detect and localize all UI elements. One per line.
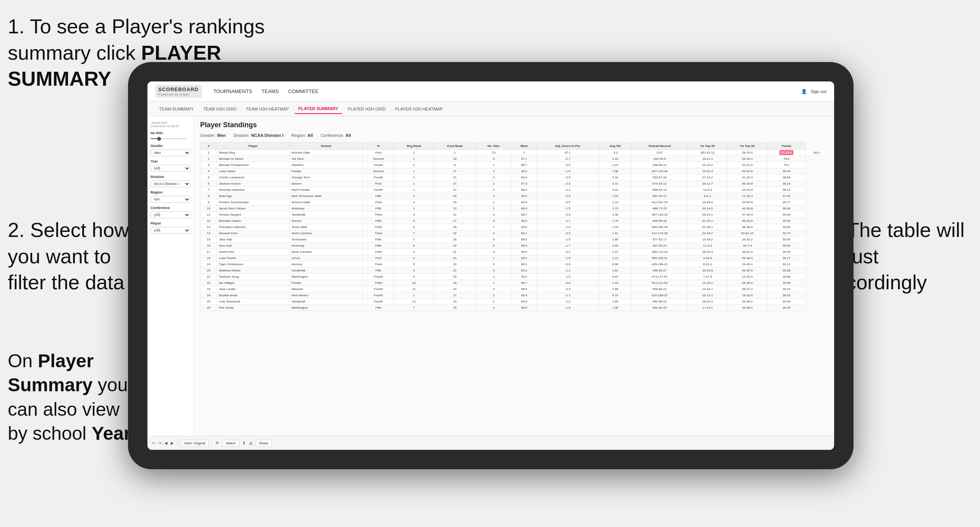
table-row: 1Wenyi DingArizona StateFirst1115167.1-3…	[201, 150, 828, 156]
tablet: SCOREBOARD Powered by clippi TOURNAMENTS…	[128, 62, 854, 469]
region-chip: Region: All	[291, 133, 313, 138]
forward-icon[interactable]: ▶	[171, 441, 174, 445]
print-icon[interactable]: 🖨	[249, 441, 253, 445]
table-row: 5Christo LamprechtGeorgia TechFourth2212…	[201, 175, 828, 181]
col-vs-top25: Vs Top 25	[687, 143, 727, 150]
conference-chip: Conference: All	[321, 133, 351, 138]
col-wins: Wins	[512, 143, 537, 150]
col-no-rds: No. Rds.	[476, 143, 512, 150]
region-filter: Region N/A	[151, 190, 190, 203]
table-row: 25Cole SherwoodVanderbiltFourth1223169.3…	[201, 299, 828, 305]
table-row: 2Michael Le SassoOle MissSecond118067.1-…	[201, 156, 828, 162]
col-adj-score: Adj. Score to Par	[537, 143, 599, 150]
no-rds-filter: No Rds.	[151, 131, 190, 141]
region-select[interactable]: N/A	[151, 196, 190, 203]
toolbar-sep-1	[177, 439, 177, 447]
table-row: 13Phichakun MaichonTexas A&MThird630169.…	[201, 224, 828, 230]
col-overall: Overall Record	[632, 143, 688, 150]
sub-nav-player-summary[interactable]: PLAYER SUMMARY	[294, 104, 342, 114]
sub-nav-player-h2h-grid[interactable]: PLAYER H2H GRID	[344, 104, 390, 114]
division-filter: Division NCAA Division I	[151, 175, 190, 187]
table-row: 24Bastien AmatNew MexicoFourth127269.4-1…	[201, 292, 828, 299]
no-rds-slider[interactable]	[151, 137, 190, 141]
table-row: 26Petr HrubyWashingtonFifth725068.6-1.81…	[201, 305, 828, 311]
gender-filter: Gender Men	[151, 144, 190, 156]
col-points: Points	[767, 143, 806, 150]
col-yr: Yr	[363, 143, 394, 150]
redo-icon[interactable]: ↪	[158, 441, 161, 445]
table-row: 15Jake HallTennesseeFifth718068.5-1.51.6…	[201, 237, 828, 243]
update-time-label: Update time: 27/03/2024 16:56:26	[151, 121, 190, 128]
sub-nav: TEAM SUMMARY TEAM H2H GRID TEAM H2H HEAT…	[147, 102, 834, 116]
toolbar-sep-2	[212, 439, 212, 447]
division-chip: Division: NCAA Division I	[234, 133, 284, 138]
table-row: 11Gordon SargentVanderbiltThird421068.7-…	[201, 212, 828, 218]
year-select[interactable]: (All)	[151, 165, 190, 172]
col-avg-sg: Avg SG	[599, 143, 632, 150]
back-icon[interactable]: ◀	[164, 441, 168, 445]
bottom-toolbar: ↩ ↪ ◀ ▶ View: Original 👁 Watch ⬇ 🖨 Share	[147, 436, 834, 450]
sub-nav-team-h2h-grid[interactable]: TEAM H2H GRID	[199, 104, 241, 114]
page-title: Player Standings	[200, 121, 828, 129]
player-select[interactable]: (All)	[151, 227, 190, 234]
table-row: 18Luke PowellUCLAFirst424169.1-1.81.1350…	[201, 255, 828, 261]
eye-icon: 👁	[215, 441, 219, 445]
table-row: 19Tiger ChristensenArizonaThird523269.2-…	[201, 261, 828, 268]
conference-select[interactable]: (All)	[151, 211, 190, 218]
gender-chip: Gender: Men	[200, 133, 226, 138]
table-row: 14Maxwell FordNorth CarolinaThird722069.…	[201, 230, 828, 237]
col-vs-top50: Vs Top 50	[727, 143, 767, 150]
download-icon[interactable]: ⬇	[242, 441, 246, 445]
table-row: 9Preston SummerhaysArizona StateThird324…	[201, 199, 828, 206]
annotation-step2: 2. Select how you want to filter the dat…	[8, 217, 132, 296]
table-header: # Player School Yr Reg Rank Conf Rank No…	[201, 143, 828, 150]
col-school: School	[289, 143, 363, 150]
table-row: 23Jack LundinMissouriFourth1124068.6-2.3…	[201, 286, 828, 292]
table-row: 21Taehoon SongWashingtonFourth423169.2-1…	[201, 274, 828, 280]
gender-select[interactable]: Men	[151, 149, 190, 156]
left-panel: Update time: 27/03/2024 16:56:26 No Rds.…	[147, 116, 194, 436]
col-rank: #	[201, 143, 217, 150]
watch-button[interactable]: Watch	[222, 440, 239, 447]
undo-icon[interactable]: ↩	[152, 441, 155, 445]
table-row: 10Jacob Skov OlesenArkansasFifth123168.4…	[201, 206, 828, 212]
main-content: Update time: 27/03/2024 16:56:26 No Rds.…	[147, 116, 834, 436]
table-row: 20Matthew RiedelVanderbiltFifth522069.2-…	[201, 268, 828, 274]
sub-nav-player-h2h-heatmap[interactable]: PLAYER H2H HEATMAP	[391, 104, 447, 114]
division-select[interactable]: NCAA Division I	[151, 180, 190, 187]
nav-teams[interactable]: TEAMS	[261, 87, 279, 96]
table-row: 3Michael ThorbjornsenStanfordFourth28168…	[201, 162, 828, 168]
sign-out-link[interactable]: Sign out	[811, 89, 826, 94]
player-filter: Player (All)	[151, 221, 190, 234]
table-body: 1Wenyi DingArizona StateFirst1115167.1-3…	[201, 150, 828, 311]
view-original-button[interactable]: View: Original	[180, 440, 209, 447]
table-row: 22Ian GilliganFloridaThird1024168.7-0.81…	[201, 280, 828, 286]
col-conf-rank: Conf Rank	[434, 143, 476, 150]
col-reg-rank: Reg Rank	[394, 143, 434, 150]
table-row: 8Mats EgeEast Tennessee StateFifth124268…	[201, 193, 828, 199]
table-row: 12Brendan ValdesAuburnFifth517068.4-1.11…	[201, 218, 828, 224]
player-standings-table: # Player School Yr Reg Rank Conf Rank No…	[200, 142, 828, 311]
annotation-step2b: On Player Summary you can also view by s…	[8, 349, 140, 446]
year-bold: Year	[92, 423, 131, 444]
conference-filter: Conference (All)	[151, 206, 190, 218]
table-row: 7Nicholas GabrelcikNorth FloridaFourth12…	[201, 187, 828, 193]
nav-committee[interactable]: COMMITTEE	[288, 87, 319, 96]
table-row: 4Luke ClatonFloridaSecond127268.2-1.61.9…	[201, 168, 828, 175]
col-player: Player	[217, 143, 289, 150]
tablet-screen: SCOREBOARD Powered by clippi TOURNAMENTS…	[147, 81, 834, 450]
filters-summary-row: Gender: Men Division: NCAA Division I Re…	[200, 133, 828, 138]
nav-tournaments[interactable]: TOURNAMENTS	[213, 87, 252, 96]
table-row: 17David FordNorth CarolinaThird421069.0-…	[201, 249, 828, 255]
logo: SCOREBOARD Powered by clippi	[155, 85, 202, 98]
table-row: 6Jackson KoivunAuburnFirst127167.3-2.02.…	[201, 181, 828, 187]
table-area: Player Standings Gender: Men Division: N…	[194, 116, 834, 436]
nav-items: TOURNAMENTS TEAMS COMMITTEE	[213, 87, 801, 96]
year-filter: Year (All)	[151, 159, 190, 172]
nav-right: 👤 Sign out	[801, 89, 826, 94]
sub-nav-team-h2h-heatmap[interactable]: TEAM H2H HEATMAP	[242, 104, 293, 114]
table-row: 16Alex GoffKentuckyFifth819068.3-1.71.92…	[201, 243, 828, 249]
nav-bar: SCOREBOARD Powered by clippi TOURNAMENTS…	[147, 81, 834, 102]
sub-nav-team-summary[interactable]: TEAM SUMMARY	[155, 104, 198, 114]
share-button[interactable]: Share	[256, 440, 272, 447]
